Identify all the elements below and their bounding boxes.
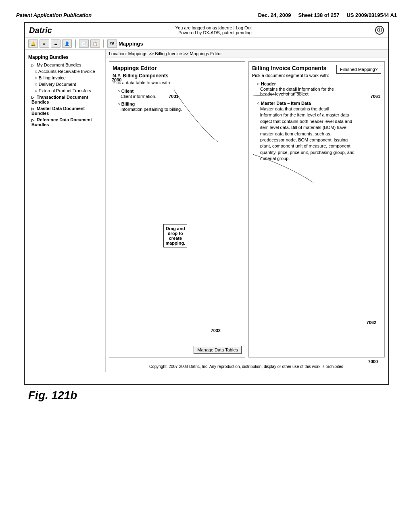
right-panel: Finished Mapping? Billing Invoice Compon… bbox=[248, 61, 385, 357]
left-panel-instruction: Pick a data table to work with: bbox=[113, 80, 242, 85]
right-panel-master-data-desc: Master data that contains the detail inf… bbox=[252, 106, 381, 162]
bullet-billing-item: ○ bbox=[117, 102, 120, 106]
sidebar-section-header: Mapping Bundles bbox=[25, 53, 105, 62]
triangle-icon-master: ▷ bbox=[31, 107, 34, 111]
toolbar-separator-2 bbox=[103, 39, 104, 48]
left-panel-client-info: Client information. 7031 bbox=[113, 94, 242, 99]
sheet-info: Sheet 138 of 257 bbox=[298, 12, 339, 18]
sidebar: Mapping Bundles ▷ My Document Bundles ○ … bbox=[25, 50, 106, 372]
sidebar-item-ext-product[interactable]: ○ External Product Transfers bbox=[25, 87, 105, 94]
settings-icon[interactable]: ⓘ bbox=[375, 26, 384, 35]
left-panel-billing[interactable]: ○ Billing bbox=[113, 101, 242, 107]
panels-row: Mappings Editor N.Y. Billing Components … bbox=[106, 58, 388, 361]
left-panel-client[interactable]: ○ Client bbox=[113, 88, 242, 94]
toolbar-separator bbox=[75, 39, 76, 48]
bullet-master-data: ○ bbox=[257, 101, 260, 106]
bullet-ar: ○ bbox=[35, 69, 38, 74]
toolbar-icon-4[interactable]: 👤 bbox=[62, 39, 72, 48]
ref-7062: 7062 bbox=[367, 320, 376, 325]
fig-label: Fig. 121b bbox=[28, 389, 405, 402]
right-panel-header[interactable]: ○ Header bbox=[252, 81, 381, 87]
top-right-line1: You are logged on as jdoerre | Log Out bbox=[175, 25, 252, 30]
triangle-icon-my-doc: ▷ bbox=[31, 63, 34, 67]
bullet-client: ○ bbox=[117, 89, 120, 94]
ref-7030: 7030 bbox=[112, 77, 121, 82]
toolbar-icon-6[interactable]: 📋 bbox=[90, 39, 100, 48]
finished-mapping-bubble: Finished Mapping? bbox=[336, 65, 381, 74]
sidebar-item-ar-invoice[interactable]: ○ Accounts Receivable Invoice bbox=[25, 68, 105, 75]
left-panel-billing-info: information pertaining to billing. bbox=[113, 107, 242, 112]
sidebar-item-delivery-doc[interactable]: ○ Delivery Document bbox=[25, 81, 105, 87]
logged-on-text: You are logged on as jdoerre | bbox=[175, 25, 236, 30]
figure-footer: Copyright: 2007-2008 Datric, Inc. Any re… bbox=[106, 361, 388, 372]
page-container: Patent Application Publication Dec. 24, … bbox=[0, 0, 413, 532]
bullet-header: ○ bbox=[257, 81, 260, 86]
sidebar-item-my-doc-bundles[interactable]: ▷ My Document Bundles bbox=[25, 62, 105, 68]
patent-date: Dec. 24, 2009 bbox=[258, 12, 291, 18]
right-panel-header-desc: Contains the detail information for the … bbox=[252, 87, 381, 96]
toolbar-row: 🔔 ≡ ☁ 👤 📄 📋 🗺 Mappings bbox=[25, 38, 388, 50]
app-top-bar: Datric You are logged on as jdoerre | Lo… bbox=[25, 23, 388, 38]
app-logo: Datric bbox=[29, 26, 52, 35]
sidebar-item-transactional[interactable]: ▷ Transactional Document Bundles bbox=[25, 94, 105, 105]
toolbar-icon-5[interactable]: 📄 bbox=[79, 39, 89, 48]
manage-data-tables-btn[interactable]: Manage Data Tables bbox=[194, 346, 242, 354]
sidebar-item-master-data[interactable]: ▷ Master Data Document Bundles bbox=[25, 105, 105, 116]
bullet-delivery: ○ bbox=[35, 82, 38, 87]
logout-link[interactable]: Log Out bbox=[236, 25, 252, 30]
right-panel-master-data[interactable]: ○ Master Data – Item Data bbox=[252, 100, 381, 106]
top-right-line2: Powered by DX-ADS, patent pending bbox=[175, 30, 252, 35]
bullet-billing: ○ bbox=[35, 75, 38, 80]
patent-number: US 2009/0319544 A1 bbox=[346, 12, 397, 18]
figure-container: Datric You are logged on as jdoerre | Lo… bbox=[24, 22, 389, 385]
sidebar-item-billing-invoice[interactable]: ○ Billing Invoice bbox=[25, 75, 105, 81]
patent-title: Patent Application Publication bbox=[16, 12, 92, 18]
ref-7032: 7032 bbox=[211, 328, 221, 333]
left-panel-title: Mappings Editor bbox=[113, 65, 242, 71]
sidebar-item-reference-data[interactable]: ▷ Reference Data Document Bundles bbox=[25, 116, 105, 128]
toolbar-mappings: 🗺 Mappings bbox=[107, 39, 143, 48]
patent-info: Dec. 24, 2009 Sheet 138 of 257 US 2009/0… bbox=[258, 12, 397, 18]
toolbar-icon-3[interactable]: ☁ bbox=[51, 39, 60, 48]
mappings-label: Mappings bbox=[119, 41, 143, 47]
top-right-info: You are logged on as jdoerre | Log Out P… bbox=[175, 25, 252, 35]
left-panel-subtitle: N.Y. Billing Components bbox=[113, 73, 242, 79]
copyright-text: Copyright: 2007-2008 Datric, Inc. Any re… bbox=[149, 364, 344, 369]
bullet-ext: ○ bbox=[35, 88, 38, 93]
toolbar-icon-2[interactable]: ≡ bbox=[40, 39, 49, 48]
mappings-icon[interactable]: 🗺 bbox=[107, 39, 117, 48]
content-area: Location: Mappings >> Billing Invoice >>… bbox=[106, 50, 388, 372]
breadcrumb: Location: Mappings >> Billing Invoice >>… bbox=[106, 50, 388, 58]
triangle-icon-reference: ▷ bbox=[31, 118, 34, 122]
left-panel: Mappings Editor N.Y. Billing Components … bbox=[109, 61, 245, 357]
ref-7000: 7000 bbox=[368, 359, 378, 364]
toolbar-icon-1[interactable]: 🔔 bbox=[28, 39, 38, 48]
ref-7061: 7061 bbox=[371, 94, 380, 99]
drag-drop-label: Drag anddrop tocreatemapping. bbox=[163, 224, 187, 247]
triangle-icon-transactional: ▷ bbox=[31, 96, 34, 100]
page-header: Patent Application Publication Dec. 24, … bbox=[8, 8, 405, 18]
main-layout: Mapping Bundles ▷ My Document Bundles ○ … bbox=[25, 50, 388, 372]
